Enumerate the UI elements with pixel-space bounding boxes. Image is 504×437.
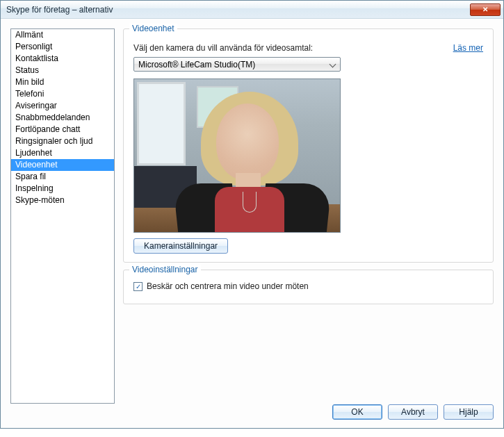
- sidebar-item-fortlöpande-chatt[interactable]: Fortlöpande chatt: [11, 124, 114, 135]
- learn-more-link[interactable]: Läs mer: [453, 43, 483, 53]
- sidebar-item-spara-fil[interactable]: Spara fil: [11, 171, 114, 183]
- sidebar-item-snabbmeddelanden[interactable]: Snabbmeddelanden: [11, 112, 114, 124]
- cancel-button[interactable]: Avbryt: [388, 404, 438, 420]
- video-device-group-title: Videoenhet: [129, 24, 177, 33]
- options-window: Skype för företag – alternativ ✕ Allmänt…: [0, 0, 504, 429]
- close-icon: ✕: [482, 6, 488, 13]
- client-area: AllmäntPersonligtKontaktlistaStatusMin b…: [1, 19, 503, 428]
- main-pane: Videoenhet Välj den kamera du vill använ…: [123, 28, 494, 418]
- category-list[interactable]: AllmäntPersonligtKontaktlistaStatusMin b…: [10, 28, 115, 404]
- sidebar-item-allmänt[interactable]: Allmänt: [11, 29, 114, 41]
- help-button[interactable]: Hjälp: [444, 404, 494, 420]
- camera-prompt: Välj den kamera du vill använda för vide…: [133, 43, 313, 53]
- sidebar-item-status[interactable]: Status: [11, 65, 114, 76]
- sidebar-item-personligt[interactable]: Personligt: [11, 41, 114, 53]
- sidebar-item-skype-möten[interactable]: Skype-möten: [11, 195, 114, 206]
- sidebar-item-aviseringar[interactable]: Aviseringar: [11, 100, 114, 112]
- help-label: Hjälp: [459, 407, 478, 417]
- sidebar-item-ljudenhet[interactable]: Ljudenhet: [11, 147, 114, 159]
- camera-prompt-row: Välj den kamera du vill använda för vide…: [133, 43, 483, 53]
- sidebar-item-videoenhet[interactable]: Videoenhet: [11, 159, 114, 171]
- background-strip: [0, 429, 504, 437]
- sidebar-item-inspelning[interactable]: Inspelning: [11, 183, 114, 195]
- ok-button[interactable]: OK: [332, 404, 382, 420]
- video-device-group: Videoenhet Välj den kamera du vill använ…: [123, 28, 494, 263]
- close-button[interactable]: ✕: [470, 3, 501, 16]
- camera-preview: [133, 79, 341, 233]
- camera-settings-button[interactable]: Kamerainställningar: [133, 238, 228, 254]
- crop-row: ✓ Beskär och centrera min video under mö…: [133, 281, 483, 291]
- video-settings-group: Videoinställningar ✓ Beskär och centrera…: [123, 270, 494, 304]
- sidebar-item-telefoni[interactable]: Telefoni: [11, 88, 114, 100]
- video-settings-group-title: Videoinställningar: [129, 265, 201, 274]
- dialog-footer: OK Avbryt Hjälp: [332, 404, 494, 420]
- titlebar: Skype för företag – alternativ ✕: [1, 1, 503, 19]
- sidebar-item-kontaktlista[interactable]: Kontaktlista: [11, 53, 114, 65]
- sidebar-item-ringsignaler-och-ljud[interactable]: Ringsignaler och ljud: [11, 135, 114, 147]
- sidebar-item-min-bild[interactable]: Min bild: [11, 76, 114, 88]
- crop-checkbox[interactable]: ✓: [133, 282, 143, 291]
- camera-selected-value: Microsoft® LifeCam Studio(TM): [138, 60, 255, 69]
- cancel-label: Avbryt: [401, 407, 425, 417]
- window-title: Skype för företag – alternativ: [6, 5, 113, 15]
- camera-settings-label: Kamerainställningar: [144, 241, 218, 251]
- crop-checkbox-label: Beskär och centrera min video under möte…: [147, 281, 309, 291]
- chevron-down-icon: [330, 61, 336, 68]
- camera-dropdown[interactable]: Microsoft® LifeCam Studio(TM): [133, 57, 341, 72]
- ok-label: OK: [351, 407, 363, 417]
